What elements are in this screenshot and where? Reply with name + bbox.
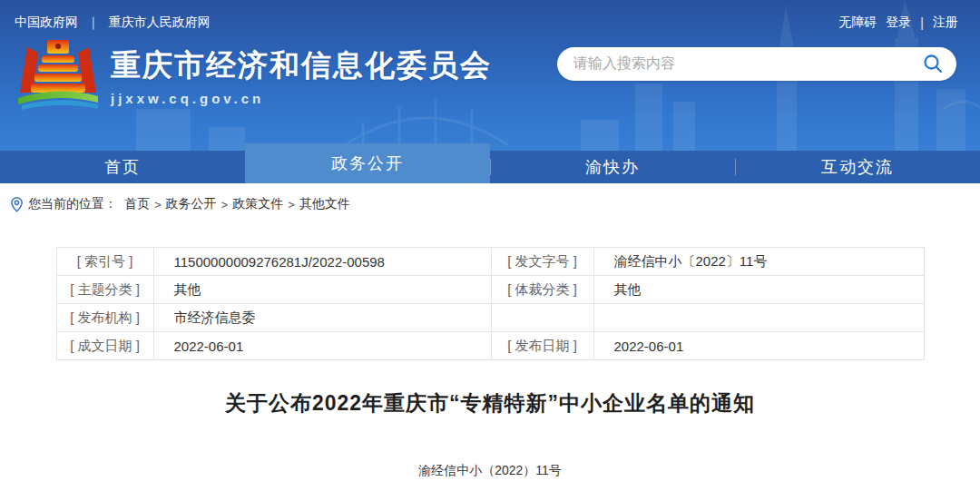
breadcrumb-item-other-documents[interactable]: 其他文件 — [299, 196, 350, 212]
location-pin-icon — [11, 197, 23, 212]
login-register-divider: | — [920, 15, 924, 30]
site-logo-icon — [16, 38, 100, 113]
gov-links: 中国政府网 ｜ 重庆市人民政府网 — [15, 15, 211, 31]
breadcrumb: 您当前的位置： 首页 > 政务公开 > 政策文件 > 其他文件 — [0, 183, 980, 223]
article-title: 关于公布2022年重庆市“专精特新”中小企业名单的通知 — [0, 389, 980, 418]
nav-tab-government-affairs[interactable]: 政务公开 — [245, 143, 490, 183]
table-row: [ 主题分类 ] 其他 [ 体裁分类 ] 其他 — [56, 276, 924, 304]
publish-date-label: [ 发布日期 ] — [491, 332, 593, 360]
brand-row: 重庆市经济和信息化委员会 jjxxw.cq.gov.cn — [0, 31, 980, 113]
index-number-value: 11500000009276281J/2022-00598 — [153, 248, 491, 276]
breadcrumb-separator: > — [288, 198, 295, 211]
login-link[interactable]: 登录 — [886, 15, 911, 31]
breadcrumb-item-home[interactable]: 首页 — [124, 196, 150, 212]
nav-tab-interaction[interactable]: 互动交流 — [735, 151, 980, 183]
link-china-gov[interactable]: 中国政府网 — [15, 15, 78, 31]
document-number-value: 渝经信中小〔2022〕11号 — [593, 248, 924, 276]
written-date-value: 2022-06-01 — [153, 332, 491, 360]
main-content: 您当前的位置： 首页 > 政务公开 > 政策文件 > 其他文件 [ 索引号 ] … — [0, 183, 980, 479]
search-button[interactable] — [922, 53, 944, 74]
register-link[interactable]: 注册 — [933, 15, 958, 31]
issuing-agency-value: 市经济信息委 — [153, 304, 491, 332]
issuing-agency-label: [ 发布机构 ] — [56, 304, 153, 332]
document-number-label: [ 发文字号 ] — [491, 248, 593, 276]
document-info-table: [ 索引号 ] 11500000009276281J/2022-00598 [ … — [56, 247, 925, 360]
brand-text: 重庆市经济和信息化委员会 jjxxw.cq.gov.cn — [111, 45, 492, 106]
accessibility-link[interactable]: 无障碍 — [838, 15, 877, 31]
written-date-label: [ 成文日期 ] — [56, 332, 153, 360]
genre-category-value: 其他 — [593, 276, 924, 304]
empty-label-cell — [491, 304, 593, 332]
subject-category-value: 其他 — [153, 276, 491, 304]
breadcrumb-item-government-affairs[interactable]: 政务公开 — [166, 196, 217, 212]
subject-category-label: [ 主题分类 ] — [56, 276, 153, 304]
nav-tab-yukuaiban[interactable]: 渝快办 — [490, 151, 735, 183]
breadcrumb-separator: > — [154, 198, 162, 211]
site-title: 重庆市经济和信息化委员会 — [111, 45, 492, 86]
publish-date-value: 2022-06-01 — [593, 332, 924, 360]
top-bar-divider: ｜ — [87, 15, 100, 31]
table-row: [ 成文日期 ] 2022-06-01 [ 发布日期 ] 2022-06-01 — [56, 332, 924, 360]
site-logo-link[interactable]: 重庆市经济和信息化委员会 jjxxw.cq.gov.cn — [16, 38, 492, 113]
breadcrumb-prefix: 您当前的位置： — [28, 196, 117, 212]
article-doc-number: 渝经信中小（2022）11号 — [0, 463, 980, 479]
breadcrumb-item-policy-documents[interactable]: 政策文件 — [232, 196, 283, 212]
search-input[interactable] — [573, 55, 922, 72]
search-icon — [922, 53, 944, 74]
link-chongqing-gov[interactable]: 重庆市人民政府网 — [109, 15, 211, 31]
table-row: [ 发布机构 ] 市经济信息委 — [56, 304, 924, 332]
nav-tab-home[interactable]: 首页 — [0, 151, 245, 183]
genre-category-label: [ 体裁分类 ] — [491, 276, 593, 304]
breadcrumb-separator: > — [221, 198, 229, 211]
account-links: 无障碍 登录 | 注册 — [838, 15, 958, 31]
site-header: 中国政府网 ｜ 重庆市人民政府网 无障碍 登录 | 注册 — [0, 0, 980, 183]
top-utility-bar: 中国政府网 ｜ 重庆市人民政府网 无障碍 登录 | 注册 — [0, 0, 980, 31]
empty-value-cell — [593, 304, 924, 332]
search-box[interactable] — [557, 47, 956, 81]
site-url: jjxxw.cq.gov.cn — [111, 91, 492, 106]
index-number-label: [ 索引号 ] — [56, 248, 153, 276]
main-nav: 首页 政务公开 渝快办 互动交流 — [0, 151, 980, 183]
table-row: [ 索引号 ] 11500000009276281J/2022-00598 [ … — [56, 248, 924, 276]
